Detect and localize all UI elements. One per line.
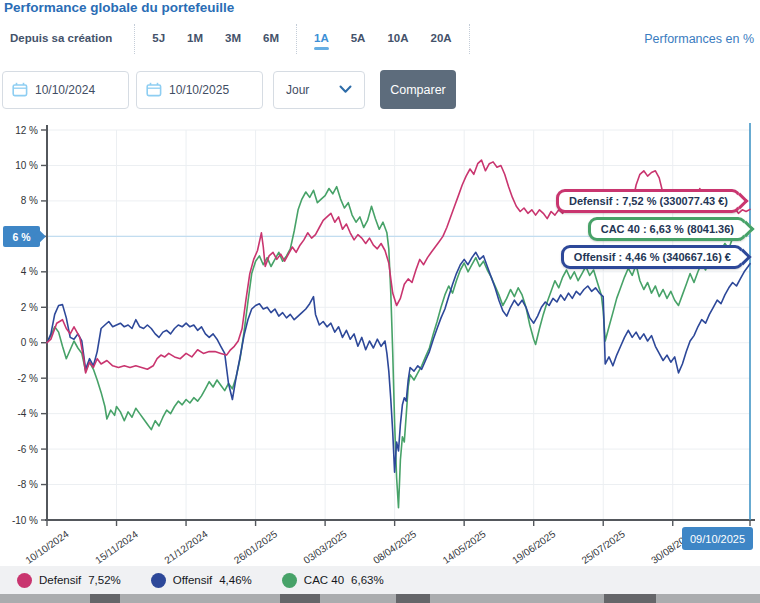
svg-text:8 %: 8 % [21,195,38,206]
bottom-bar-segment [90,594,120,603]
bottom-bar-segment [280,594,320,603]
legend-item-offensif[interactable]: Offensif 4,46% [151,573,252,588]
page-title: Performance globale du portefeuille [4,0,234,15]
performance-line-chart[interactable]: 12 %10 %8 %6 %4 %2 %0 %-2 %-4 %-6 %-8 %-… [0,118,760,568]
compare-controls: Jour Comparer [2,70,456,109]
performances-en-pct-link[interactable]: Performances en % [644,32,754,46]
svg-text:03/03/2025: 03/03/2025 [301,528,349,566]
window-bottom-bar [0,594,760,603]
legend-item-defensif[interactable]: Defensif 7,52% [17,573,121,588]
bottom-bar-segment [396,594,430,603]
interval-selected-value: Jour [286,83,309,97]
date-from-input[interactable] [35,83,125,97]
svg-text:-8 %: -8 % [17,479,38,490]
chart-legend: Defensif 7,52% Offensif 4,46% CAC 40 6,6… [0,566,760,594]
interval-select[interactable]: Jour [273,71,365,109]
date-to-field[interactable] [136,71,263,109]
tooltip-cac40: CAC 40 : 6,63 % (8041.36) [588,217,747,241]
svg-text:19/06/2025: 19/06/2025 [510,528,558,566]
calendar-icon [146,82,162,97]
compare-button[interactable]: Comparer [380,70,456,109]
svg-text:-4 %: -4 % [17,408,38,419]
current-value-y-badge: 6 % [3,226,40,247]
tab-6m[interactable]: 6M [252,24,290,54]
tab-depuis-sa-creation[interactable]: Depuis sa création [8,24,128,54]
tab-separator [469,24,470,54]
legend-item-cac40[interactable]: CAC 40 6,63% [282,573,384,588]
defensif-color-dot-icon [17,573,32,588]
range-tabs: Depuis sa création 5J 1M 3M 6M 1A 5A 10A… [8,24,476,54]
svg-text:15/11/2024: 15/11/2024 [93,528,140,566]
svg-text:08/04/2025: 08/04/2025 [371,528,419,566]
tooltip-defensif: Defensif : 7,52 % (330077.43 €) [556,189,741,213]
date-from-field[interactable] [2,71,129,109]
svg-text:10/10/2024: 10/10/2024 [23,528,71,566]
tab-separator [296,24,297,54]
tab-1a-active[interactable]: 1A [303,24,340,54]
svg-text:26/01/2025: 26/01/2025 [232,528,280,566]
portfolio-performance-panel: Performance globale du portefeuille Depu… [0,0,760,603]
svg-text:2 %: 2 % [21,302,38,313]
date-to-input[interactable] [169,83,259,97]
svg-text:21/12/2024: 21/12/2024 [162,528,210,566]
offensif-color-dot-icon [151,573,166,588]
cac40-color-dot-icon [282,573,297,588]
svg-text:0 %: 0 % [21,337,38,348]
tab-5a[interactable]: 5A [340,24,377,54]
tab-10a[interactable]: 10A [376,24,419,54]
tab-3m[interactable]: 3M [214,24,252,54]
tab-5j[interactable]: 5J [141,24,176,54]
calendar-icon [12,82,28,97]
svg-text:10 %: 10 % [15,160,38,171]
svg-text:-2 %: -2 % [17,373,38,384]
tab-1m[interactable]: 1M [176,24,214,54]
svg-text:14/05/2025: 14/05/2025 [440,528,488,566]
tab-separator [134,24,135,54]
tooltip-offensif: Offensif : 4,46 % (340667.16) € [561,245,744,269]
tab-20a[interactable]: 20A [420,24,463,54]
svg-text:-10 %: -10 % [12,515,38,526]
svg-text:4 %: 4 % [21,266,38,277]
svg-text:12 %: 12 % [15,125,38,136]
current-date-x-badge: 09/10/2025 [682,527,753,550]
svg-text:-6 %: -6 % [17,444,38,455]
bottom-bar-segment [604,594,656,603]
chevron-down-icon [339,85,352,94]
svg-text:25/07/2025: 25/07/2025 [580,528,628,566]
